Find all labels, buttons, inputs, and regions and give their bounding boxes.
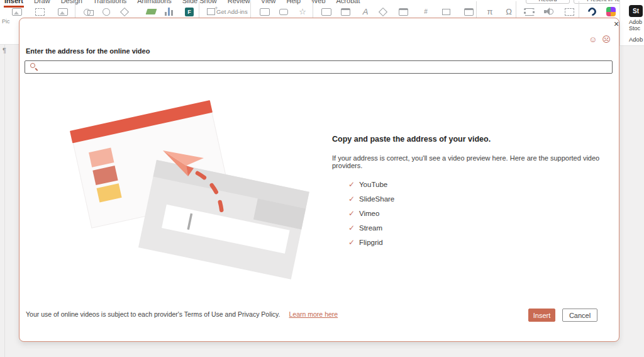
cancel-button[interactable]: Cancel — [562, 309, 597, 322]
new-slide-star-icon[interactable]: ☆ — [296, 6, 309, 18]
wordart-icon[interactable]: A — [358, 6, 372, 18]
terms-disclaimer: Your use of online videos is subject to … — [26, 310, 280, 318]
check-icon: ✓ — [348, 195, 359, 203]
content-heading: Copy and paste the address of your video… — [332, 135, 602, 144]
outline-pane-icon: ¶ — [3, 47, 6, 54]
provider-name: Stream — [359, 224, 382, 232]
get-addins-icon[interactable] — [204, 6, 218, 18]
provider-row-flipgrid: ✓ Flipgrid — [348, 238, 602, 247]
group-separator — [75, 1, 75, 18]
check-icon: ✓ — [348, 209, 359, 218]
provider-name: YouTube — [359, 181, 387, 188]
draw-ruler-icon[interactable] — [376, 6, 390, 18]
header-footer-icon[interactable] — [338, 6, 352, 18]
insert-button[interactable]: Insert — [528, 309, 555, 322]
object-icon[interactable] — [439, 6, 453, 18]
date-time-icon[interactable] — [396, 6, 410, 18]
check-icon: ✓ — [348, 224, 359, 232]
smartart-icon[interactable] — [144, 6, 158, 18]
feedback-smile-icon[interactable]: ☺ — [589, 35, 597, 44]
dialog-title: Enter the address for the online video — [26, 47, 150, 55]
zoom-link-icon[interactable] — [258, 6, 272, 18]
provider-row-youtube: ✓ YouTube — [348, 180, 602, 189]
provider-name: Flipgrid — [359, 239, 383, 246]
provider-row-stream: ✓ Stream — [348, 224, 602, 232]
symbol-icon[interactable]: Ω — [502, 6, 516, 18]
forms-icon[interactable]: F — [182, 6, 196, 18]
icons-icon[interactable] — [99, 6, 113, 18]
check-icon: ✓ — [348, 180, 359, 189]
chart-icon[interactable] — [162, 6, 175, 18]
content-description: If your address is correct, you'll see a… — [332, 154, 602, 169]
close-icon[interactable]: × — [611, 19, 621, 29]
text-box-icon[interactable] — [319, 6, 333, 18]
comment-icon[interactable] — [277, 6, 291, 18]
shapes-icon[interactable] — [82, 6, 96, 18]
video-address-input[interactable] — [25, 60, 613, 74]
provider-name: SlideShare — [359, 195, 394, 203]
insert-online-video-dialog: × ☺ ☹ Enter the address for the online v… — [19, 18, 619, 342]
window-icon[interactable] — [462, 6, 475, 18]
cameo-icon[interactable] — [585, 6, 599, 18]
dialog-footer: Your use of online videos is subject to … — [26, 307, 338, 321]
provider-row-slideshare: ✓ SlideShare — [348, 195, 602, 203]
group-separator — [313, 1, 313, 18]
group-separator — [516, 1, 516, 18]
audio-icon[interactable] — [542, 6, 556, 18]
3d-models-icon[interactable] — [118, 6, 131, 18]
photo-album-icon[interactable] — [56, 6, 70, 18]
online-video-illustration — [54, 89, 312, 284]
feedback-frown-icon[interactable]: ☹ — [602, 35, 611, 44]
adobe-group-label: Adob — [629, 36, 643, 43]
video-icon[interactable] — [522, 6, 536, 18]
flipgrid-icon[interactable] — [604, 6, 618, 18]
record-button[interactable]: Record — [526, 0, 570, 4]
slide-number-icon[interactable]: # — [419, 6, 433, 18]
provider-row-vimeo: ✓ Vimeo — [348, 209, 602, 218]
adobe-stock-group: St Adob Stoc Adob — [619, 0, 644, 46]
group-separator — [250, 1, 251, 18]
screen-recording-icon[interactable] — [562, 6, 576, 18]
screenshot-icon[interactable] — [33, 6, 47, 18]
tab-review[interactable]: Review — [227, 0, 251, 8]
video-help-content: Copy and paste the address of your video… — [332, 135, 602, 252]
provider-list: ✓ YouTube ✓ SlideShare ✓ Vimeo ✓ Stream … — [348, 180, 602, 247]
group-separator — [579, 1, 579, 18]
pictures-icon[interactable] — [10, 6, 24, 18]
search-icon — [30, 63, 35, 68]
equation-icon[interactable]: π — [483, 6, 497, 18]
learn-more-link[interactable]: Learn more here — [289, 310, 338, 318]
check-icon: ✓ — [348, 238, 359, 247]
adobe-stock-icon[interactable]: St — [629, 5, 643, 17]
video-address-field-wrap — [25, 60, 613, 74]
feedback-icons: ☺ ☹ — [589, 35, 611, 44]
group-separator — [476, 1, 477, 18]
get-addins-label[interactable]: Get Add-ins — [216, 8, 248, 15]
pictures-label: Pic — [2, 18, 10, 25]
group-separator — [199, 1, 199, 18]
pane-divider — [4, 45, 5, 357]
adobe-stock-label: Adob Stoc — [629, 19, 642, 31]
provider-name: Vimeo — [359, 210, 379, 217]
